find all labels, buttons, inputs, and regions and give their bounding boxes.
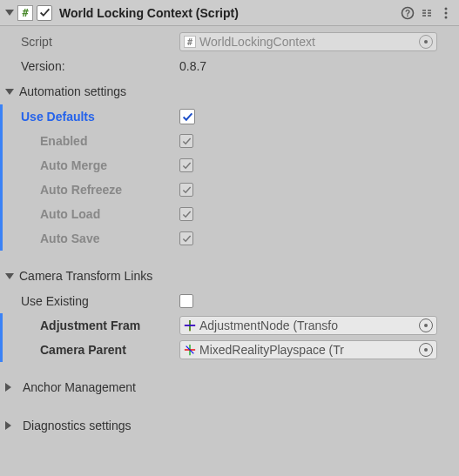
help-icon[interactable]: ?	[400, 5, 415, 21]
component-title: World Locking Context (Script)	[56, 6, 396, 20]
use-existing-label: Use Existing	[5, 294, 179, 308]
component-foldout-arrow[interactable]	[5, 10, 14, 16]
auto-item-checkbox	[179, 158, 193, 172]
camera-links-title: Camera Transform Links	[19, 269, 152, 283]
script-object-picker[interactable]	[419, 35, 433, 49]
adjustment-frame-field[interactable]: AdjustmentNode (Transfo	[179, 316, 437, 335]
auto-item-checkbox	[179, 207, 193, 221]
camera-parent-field[interactable]: MixedRealityPlayspace (Tr	[179, 340, 437, 359]
use-defaults-label: Use Defaults	[5, 110, 179, 124]
transform-icon	[184, 319, 196, 332]
check-icon	[182, 111, 193, 123]
context-menu-icon[interactable]	[438, 5, 454, 21]
auto-item-label: Enabled	[5, 134, 179, 148]
auto-item-checkbox	[179, 231, 193, 245]
check-icon	[182, 210, 192, 219]
component-enable-checkbox[interactable]	[37, 5, 52, 21]
svg-point-3	[445, 11, 448, 14]
script-label: Script	[5, 35, 179, 49]
camera-parent-label: Camera Parent	[5, 343, 179, 357]
check-icon	[182, 234, 192, 244]
svg-point-2	[445, 7, 448, 10]
use-existing-checkbox[interactable]	[179, 294, 193, 308]
camera-parent-value: MixedRealityPlayspace (Tr	[199, 343, 412, 357]
auto-item-checkbox	[179, 183, 193, 197]
use-defaults-checkbox[interactable]	[179, 109, 195, 124]
auto-item-label: Auto Merge	[5, 158, 179, 172]
check-icon	[182, 161, 192, 171]
check-icon	[182, 185, 192, 195]
anchor-management-arrow	[5, 383, 16, 392]
script-field-icon: #	[184, 36, 196, 48]
check-icon	[182, 137, 192, 146]
camera-links-foldout-arrow	[5, 273, 14, 279]
camera-parent-picker[interactable]	[419, 343, 433, 357]
auto-item-label: Auto Save	[5, 231, 179, 245]
anchor-management-title: Anchor Management	[23, 380, 136, 394]
version-label: Version:	[5, 59, 179, 73]
adjustment-frame-label: Adjustment Fram	[5, 318, 179, 332]
camera-links-section-header[interactable]: Camera Transform Links	[5, 263, 454, 289]
svg-point-4	[445, 16, 448, 18]
automation-section-header[interactable]: Automation settings	[5, 78, 454, 104]
adjustment-frame-picker[interactable]	[419, 318, 433, 332]
adjustment-frame-value: AdjustmentNode (Transfo	[199, 318, 412, 332]
svg-text:?: ?	[405, 9, 410, 18]
script-field-value: WorldLockingContext	[199, 35, 412, 49]
anchor-management-header[interactable]: Anchor Management	[5, 374, 454, 400]
transform-icon	[184, 344, 196, 356]
preset-icon[interactable]	[419, 5, 435, 21]
diagnostics-arrow	[5, 421, 16, 430]
script-type-icon: #	[17, 5, 33, 21]
auto-item-label: Auto Load	[5, 207, 179, 221]
script-object-field: # WorldLockingContext	[179, 32, 437, 51]
diagnostics-header[interactable]: Diagnostics settings	[5, 412, 454, 439]
version-value: 0.8.7	[179, 59, 454, 73]
diagnostics-title: Diagnostics settings	[23, 419, 132, 432]
check-icon	[39, 7, 51, 18]
automation-foldout-arrow	[5, 89, 14, 95]
automation-title: Automation settings	[19, 84, 126, 98]
auto-item-label: Auto Refreeze	[5, 183, 179, 197]
auto-item-checkbox	[179, 134, 193, 148]
